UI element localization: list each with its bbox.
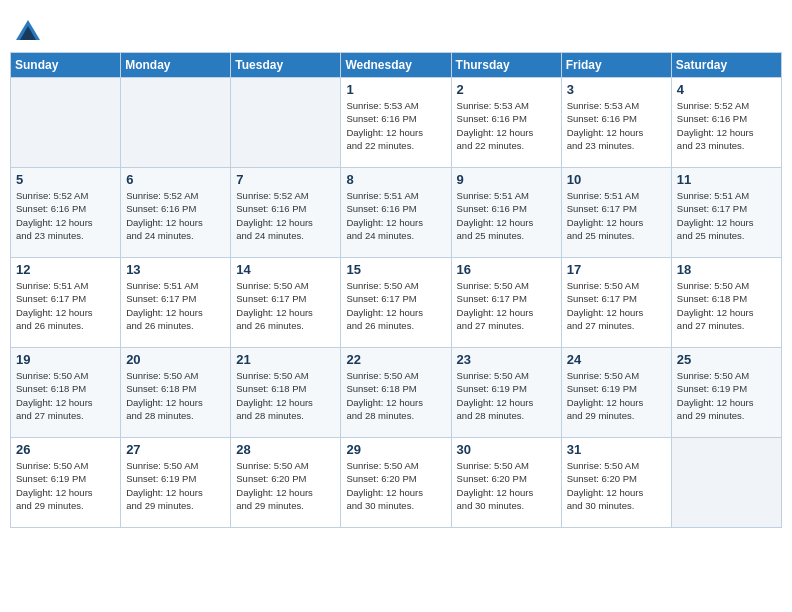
calendar-day-cell: 10Sunrise: 5:51 AM Sunset: 6:17 PM Dayli… (561, 168, 671, 258)
weekday-thursday: Thursday (451, 53, 561, 78)
day-number: 30 (457, 442, 556, 457)
day-info: Sunrise: 5:51 AM Sunset: 6:17 PM Dayligh… (126, 279, 225, 332)
weekday-monday: Monday (121, 53, 231, 78)
day-number: 14 (236, 262, 335, 277)
day-info: Sunrise: 5:50 AM Sunset: 6:19 PM Dayligh… (677, 369, 776, 422)
calendar-day-cell: 18Sunrise: 5:50 AM Sunset: 6:18 PM Dayli… (671, 258, 781, 348)
calendar-day-cell: 31Sunrise: 5:50 AM Sunset: 6:20 PM Dayli… (561, 438, 671, 528)
day-info: Sunrise: 5:50 AM Sunset: 6:18 PM Dayligh… (126, 369, 225, 422)
calendar-day-cell: 24Sunrise: 5:50 AM Sunset: 6:19 PM Dayli… (561, 348, 671, 438)
day-number: 12 (16, 262, 115, 277)
day-number: 31 (567, 442, 666, 457)
calendar-day-cell: 27Sunrise: 5:50 AM Sunset: 6:19 PM Dayli… (121, 438, 231, 528)
day-number: 16 (457, 262, 556, 277)
day-info: Sunrise: 5:50 AM Sunset: 6:19 PM Dayligh… (16, 459, 115, 512)
day-number: 8 (346, 172, 445, 187)
calendar-day-cell: 13Sunrise: 5:51 AM Sunset: 6:17 PM Dayli… (121, 258, 231, 348)
day-number: 2 (457, 82, 556, 97)
calendar-day-cell: 2Sunrise: 5:53 AM Sunset: 6:16 PM Daylig… (451, 78, 561, 168)
day-info: Sunrise: 5:52 AM Sunset: 6:16 PM Dayligh… (126, 189, 225, 242)
empty-calendar-cell (231, 78, 341, 168)
day-number: 20 (126, 352, 225, 367)
day-info: Sunrise: 5:50 AM Sunset: 6:17 PM Dayligh… (236, 279, 335, 332)
day-number: 18 (677, 262, 776, 277)
day-info: Sunrise: 5:53 AM Sunset: 6:16 PM Dayligh… (567, 99, 666, 152)
calendar-day-cell: 28Sunrise: 5:50 AM Sunset: 6:20 PM Dayli… (231, 438, 341, 528)
day-number: 27 (126, 442, 225, 457)
day-number: 28 (236, 442, 335, 457)
weekday-tuesday: Tuesday (231, 53, 341, 78)
calendar-day-cell: 30Sunrise: 5:50 AM Sunset: 6:20 PM Dayli… (451, 438, 561, 528)
day-info: Sunrise: 5:50 AM Sunset: 6:17 PM Dayligh… (346, 279, 445, 332)
day-number: 25 (677, 352, 776, 367)
calendar-day-cell: 25Sunrise: 5:50 AM Sunset: 6:19 PM Dayli… (671, 348, 781, 438)
day-info: Sunrise: 5:50 AM Sunset: 6:18 PM Dayligh… (16, 369, 115, 422)
calendar-day-cell: 1Sunrise: 5:53 AM Sunset: 6:16 PM Daylig… (341, 78, 451, 168)
day-number: 10 (567, 172, 666, 187)
calendar-day-cell: 15Sunrise: 5:50 AM Sunset: 6:17 PM Dayli… (341, 258, 451, 348)
day-number: 6 (126, 172, 225, 187)
day-info: Sunrise: 5:53 AM Sunset: 6:16 PM Dayligh… (346, 99, 445, 152)
day-number: 9 (457, 172, 556, 187)
day-number: 22 (346, 352, 445, 367)
calendar-day-cell: 23Sunrise: 5:50 AM Sunset: 6:19 PM Dayli… (451, 348, 561, 438)
day-info: Sunrise: 5:51 AM Sunset: 6:17 PM Dayligh… (567, 189, 666, 242)
calendar-day-cell: 4Sunrise: 5:52 AM Sunset: 6:16 PM Daylig… (671, 78, 781, 168)
calendar-page: SundayMondayTuesdayWednesdayThursdayFrid… (10, 10, 782, 528)
calendar-day-cell: 12Sunrise: 5:51 AM Sunset: 6:17 PM Dayli… (11, 258, 121, 348)
day-info: Sunrise: 5:50 AM Sunset: 6:20 PM Dayligh… (457, 459, 556, 512)
day-info: Sunrise: 5:52 AM Sunset: 6:16 PM Dayligh… (677, 99, 776, 152)
calendar-day-cell: 6Sunrise: 5:52 AM Sunset: 6:16 PM Daylig… (121, 168, 231, 258)
calendar-day-cell: 21Sunrise: 5:50 AM Sunset: 6:18 PM Dayli… (231, 348, 341, 438)
day-number: 21 (236, 352, 335, 367)
day-info: Sunrise: 5:51 AM Sunset: 6:16 PM Dayligh… (457, 189, 556, 242)
calendar-day-cell: 16Sunrise: 5:50 AM Sunset: 6:17 PM Dayli… (451, 258, 561, 348)
day-number: 13 (126, 262, 225, 277)
calendar-week-row: 1Sunrise: 5:53 AM Sunset: 6:16 PM Daylig… (11, 78, 782, 168)
calendar-day-cell: 5Sunrise: 5:52 AM Sunset: 6:16 PM Daylig… (11, 168, 121, 258)
calendar-day-cell: 17Sunrise: 5:50 AM Sunset: 6:17 PM Dayli… (561, 258, 671, 348)
day-info: Sunrise: 5:50 AM Sunset: 6:19 PM Dayligh… (126, 459, 225, 512)
calendar-day-cell: 14Sunrise: 5:50 AM Sunset: 6:17 PM Dayli… (231, 258, 341, 348)
calendar-day-cell: 29Sunrise: 5:50 AM Sunset: 6:20 PM Dayli… (341, 438, 451, 528)
day-number: 26 (16, 442, 115, 457)
weekday-friday: Friday (561, 53, 671, 78)
logo (14, 18, 46, 46)
day-info: Sunrise: 5:50 AM Sunset: 6:20 PM Dayligh… (567, 459, 666, 512)
calendar-table: SundayMondayTuesdayWednesdayThursdayFrid… (10, 52, 782, 528)
day-number: 15 (346, 262, 445, 277)
day-info: Sunrise: 5:50 AM Sunset: 6:17 PM Dayligh… (457, 279, 556, 332)
day-info: Sunrise: 5:50 AM Sunset: 6:19 PM Dayligh… (567, 369, 666, 422)
calendar-week-row: 5Sunrise: 5:52 AM Sunset: 6:16 PM Daylig… (11, 168, 782, 258)
day-number: 23 (457, 352, 556, 367)
calendar-day-cell: 19Sunrise: 5:50 AM Sunset: 6:18 PM Dayli… (11, 348, 121, 438)
day-number: 3 (567, 82, 666, 97)
day-number: 29 (346, 442, 445, 457)
weekday-header-row: SundayMondayTuesdayWednesdayThursdayFrid… (11, 53, 782, 78)
day-info: Sunrise: 5:50 AM Sunset: 6:20 PM Dayligh… (236, 459, 335, 512)
calendar-day-cell: 20Sunrise: 5:50 AM Sunset: 6:18 PM Dayli… (121, 348, 231, 438)
empty-calendar-cell (11, 78, 121, 168)
day-number: 4 (677, 82, 776, 97)
day-info: Sunrise: 5:50 AM Sunset: 6:20 PM Dayligh… (346, 459, 445, 512)
day-number: 24 (567, 352, 666, 367)
calendar-week-row: 26Sunrise: 5:50 AM Sunset: 6:19 PM Dayli… (11, 438, 782, 528)
calendar-day-cell: 11Sunrise: 5:51 AM Sunset: 6:17 PM Dayli… (671, 168, 781, 258)
calendar-day-cell: 26Sunrise: 5:50 AM Sunset: 6:19 PM Dayli… (11, 438, 121, 528)
day-number: 17 (567, 262, 666, 277)
day-info: Sunrise: 5:50 AM Sunset: 6:18 PM Dayligh… (236, 369, 335, 422)
calendar-week-row: 12Sunrise: 5:51 AM Sunset: 6:17 PM Dayli… (11, 258, 782, 348)
day-number: 7 (236, 172, 335, 187)
day-info: Sunrise: 5:51 AM Sunset: 6:17 PM Dayligh… (16, 279, 115, 332)
calendar-week-row: 19Sunrise: 5:50 AM Sunset: 6:18 PM Dayli… (11, 348, 782, 438)
day-info: Sunrise: 5:51 AM Sunset: 6:16 PM Dayligh… (346, 189, 445, 242)
weekday-saturday: Saturday (671, 53, 781, 78)
day-info: Sunrise: 5:50 AM Sunset: 6:18 PM Dayligh… (677, 279, 776, 332)
empty-calendar-cell (671, 438, 781, 528)
day-number: 1 (346, 82, 445, 97)
day-info: Sunrise: 5:50 AM Sunset: 6:18 PM Dayligh… (346, 369, 445, 422)
weekday-wednesday: Wednesday (341, 53, 451, 78)
calendar-day-cell: 22Sunrise: 5:50 AM Sunset: 6:18 PM Dayli… (341, 348, 451, 438)
logo-icon (14, 18, 42, 46)
page-header (10, 10, 782, 52)
